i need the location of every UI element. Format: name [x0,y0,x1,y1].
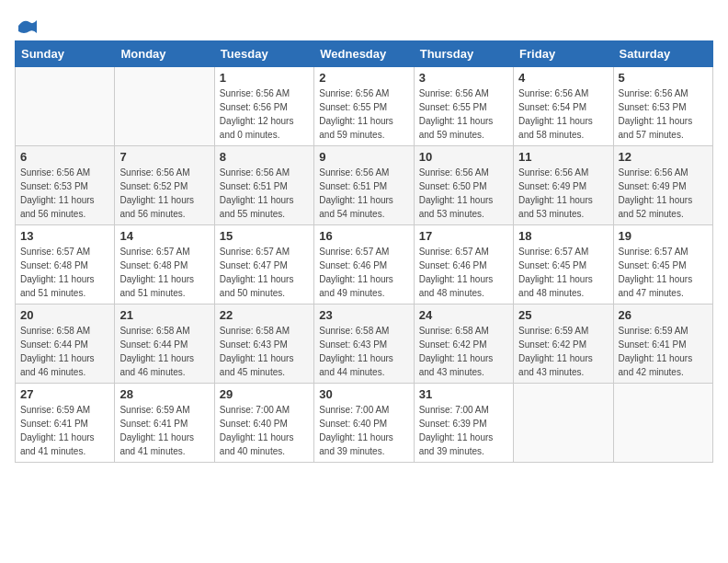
calendar-cell: 27Sunrise: 6:59 AMSunset: 6:41 PMDayligh… [16,384,115,463]
calendar-cell: 12Sunrise: 6:56 AMSunset: 6:49 PMDayligh… [613,146,712,225]
day-info: Sunrise: 6:56 AMSunset: 6:51 PMDaylight:… [319,166,408,221]
calendar-week-row: 6Sunrise: 6:56 AMSunset: 6:53 PMDaylight… [16,146,713,225]
day-number: 25 [518,308,608,322]
day-number: 18 [518,229,608,243]
calendar-cell: 13Sunrise: 6:57 AMSunset: 6:48 PMDayligh… [16,225,115,304]
day-number: 10 [419,150,508,164]
calendar-cell: 2Sunrise: 6:56 AMSunset: 6:55 PMDaylight… [314,67,414,146]
calendar-cell: 4Sunrise: 6:56 AMSunset: 6:54 PMDaylight… [514,67,613,146]
day-number: 8 [220,150,309,164]
calendar-cell: 28Sunrise: 6:59 AMSunset: 6:41 PMDayligh… [115,384,214,463]
day-info: Sunrise: 6:56 AMSunset: 6:53 PMDaylight:… [619,86,708,142]
calendar-week-row: 20Sunrise: 6:58 AMSunset: 6:44 PMDayligh… [16,304,713,384]
day-info: Sunrise: 6:57 AMSunset: 6:45 PMDaylight:… [619,245,708,300]
calendar-cell: 29Sunrise: 7:00 AMSunset: 6:40 PMDayligh… [214,384,313,463]
day-number: 3 [419,71,508,85]
day-info: Sunrise: 6:57 AMSunset: 6:45 PMDaylight:… [518,245,608,300]
day-number: 4 [518,71,608,85]
day-info: Sunrise: 6:58 AMSunset: 6:44 PMDaylight:… [20,324,109,379]
calendar-cell: 10Sunrise: 6:56 AMSunset: 6:50 PMDayligh… [414,146,513,225]
day-number: 2 [319,71,408,85]
calendar-cell: 26Sunrise: 6:59 AMSunset: 6:41 PMDayligh… [613,304,712,384]
day-number: 16 [319,229,408,243]
day-info: Sunrise: 6:58 AMSunset: 6:44 PMDaylight:… [119,324,209,379]
calendar-cell: 9Sunrise: 6:56 AMSunset: 6:51 PMDaylight… [314,146,414,225]
page-header [15,15,713,33]
day-info: Sunrise: 6:57 AMSunset: 6:46 PMDaylight:… [419,245,508,300]
day-info: Sunrise: 6:56 AMSunset: 6:52 PMDaylight:… [119,166,209,221]
day-info: Sunrise: 6:56 AMSunset: 6:56 PMDaylight:… [220,86,309,142]
day-info: Sunrise: 6:56 AMSunset: 6:50 PMDaylight:… [419,166,508,221]
day-number: 5 [619,71,708,85]
day-number: 13 [20,229,109,243]
weekday-header-row: SundayMondayTuesdayWednesdayThursdayFrid… [16,41,713,67]
day-info: Sunrise: 6:57 AMSunset: 6:48 PMDaylight:… [119,245,209,300]
day-info: Sunrise: 6:56 AMSunset: 6:54 PMDaylight:… [518,86,608,142]
weekday-header-wednesday: Wednesday [314,41,414,67]
calendar-cell: 15Sunrise: 6:57 AMSunset: 6:47 PMDayligh… [214,225,313,304]
day-number: 26 [619,308,708,322]
weekday-header-friday: Friday [514,41,613,67]
day-number: 29 [220,387,309,401]
calendar-cell: 1Sunrise: 6:56 AMSunset: 6:56 PMDaylight… [214,67,313,146]
calendar-table: SundayMondayTuesdayWednesdayThursdayFrid… [15,40,713,463]
day-info: Sunrise: 6:56 AMSunset: 6:53 PMDaylight:… [20,166,109,221]
day-number: 17 [419,229,508,243]
calendar-cell: 5Sunrise: 6:56 AMSunset: 6:53 PMDaylight… [613,67,712,146]
day-info: Sunrise: 6:57 AMSunset: 6:48 PMDaylight:… [20,245,109,300]
day-info: Sunrise: 6:58 AMSunset: 6:42 PMDaylight:… [419,324,508,379]
day-info: Sunrise: 6:56 AMSunset: 6:55 PMDaylight:… [419,86,508,142]
weekday-header-sunday: Sunday [16,41,115,67]
calendar-cell [613,384,712,463]
day-number: 22 [220,308,309,322]
day-number: 15 [220,229,309,243]
day-number: 30 [319,387,408,401]
calendar-cell: 17Sunrise: 6:57 AMSunset: 6:46 PMDayligh… [414,225,513,304]
calendar-cell [514,384,613,463]
calendar-cell: 30Sunrise: 7:00 AMSunset: 6:40 PMDayligh… [314,384,414,463]
day-info: Sunrise: 6:59 AMSunset: 6:41 PMDaylight:… [119,403,209,458]
day-number: 1 [220,71,309,85]
day-number: 11 [518,150,608,164]
calendar-cell: 24Sunrise: 6:58 AMSunset: 6:42 PMDayligh… [414,304,513,384]
day-info: Sunrise: 6:56 AMSunset: 6:51 PMDaylight:… [220,166,309,221]
day-info: Sunrise: 6:56 AMSunset: 6:49 PMDaylight:… [619,166,708,221]
day-info: Sunrise: 6:58 AMSunset: 6:43 PMDaylight:… [220,324,309,379]
day-number: 28 [119,387,209,401]
calendar-cell: 31Sunrise: 7:00 AMSunset: 6:39 PMDayligh… [414,384,513,463]
day-number: 6 [20,150,109,164]
weekday-header-monday: Monday [115,41,214,67]
day-number: 31 [419,387,508,401]
calendar-cell: 23Sunrise: 6:58 AMSunset: 6:43 PMDayligh… [314,304,414,384]
calendar-cell: 22Sunrise: 6:58 AMSunset: 6:43 PMDayligh… [214,304,313,384]
calendar-cell: 6Sunrise: 6:56 AMSunset: 6:53 PMDaylight… [16,146,115,225]
calendar-cell: 14Sunrise: 6:57 AMSunset: 6:48 PMDayligh… [115,225,214,304]
day-number: 9 [319,150,408,164]
day-info: Sunrise: 6:59 AMSunset: 6:41 PMDaylight:… [619,324,708,379]
day-info: Sunrise: 6:57 AMSunset: 6:47 PMDaylight:… [220,245,309,300]
day-info: Sunrise: 6:57 AMSunset: 6:46 PMDaylight:… [319,245,408,300]
logo [15,15,39,33]
day-info: Sunrise: 7:00 AMSunset: 6:40 PMDaylight:… [220,403,309,458]
calendar-cell: 11Sunrise: 6:56 AMSunset: 6:49 PMDayligh… [514,146,613,225]
day-number: 7 [119,150,209,164]
day-info: Sunrise: 7:00 AMSunset: 6:39 PMDaylight:… [419,403,508,458]
calendar-cell: 7Sunrise: 6:56 AMSunset: 6:52 PMDaylight… [115,146,214,225]
calendar-week-row: 27Sunrise: 6:59 AMSunset: 6:41 PMDayligh… [16,384,713,463]
weekday-header-saturday: Saturday [613,41,712,67]
calendar-cell [115,67,214,146]
day-info: Sunrise: 6:59 AMSunset: 6:41 PMDaylight:… [20,403,109,458]
calendar-cell: 25Sunrise: 6:59 AMSunset: 6:42 PMDayligh… [514,304,613,384]
day-number: 24 [419,308,508,322]
weekday-header-thursday: Thursday [414,41,513,67]
calendar-cell: 18Sunrise: 6:57 AMSunset: 6:45 PMDayligh… [514,225,613,304]
calendar-cell: 16Sunrise: 6:57 AMSunset: 6:46 PMDayligh… [314,225,414,304]
calendar-cell: 20Sunrise: 6:58 AMSunset: 6:44 PMDayligh… [16,304,115,384]
day-number: 12 [619,150,708,164]
calendar-week-row: 1Sunrise: 6:56 AMSunset: 6:56 PMDaylight… [16,67,713,146]
day-number: 23 [319,308,408,322]
calendar-cell: 3Sunrise: 6:56 AMSunset: 6:55 PMDaylight… [414,67,513,146]
day-number: 14 [119,229,209,243]
day-number: 20 [20,308,109,322]
calendar-cell [16,67,115,146]
